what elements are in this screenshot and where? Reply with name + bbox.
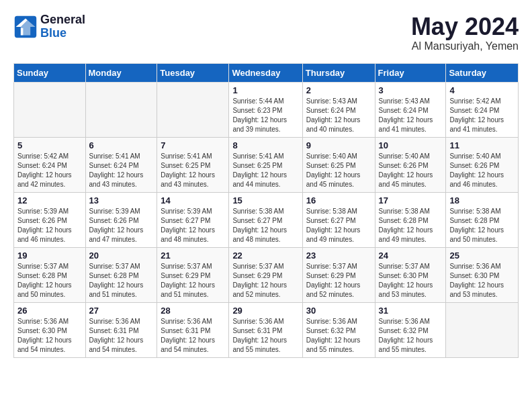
calendar-cell: 26Sunrise: 5:36 AM Sunset: 6:30 PM Dayli… (14, 302, 86, 357)
day-number: 21 (161, 250, 225, 261)
day-info: Sunrise: 5:36 AM Sunset: 6:31 PM Dayligh… (89, 317, 154, 355)
day-info: Sunrise: 5:38 AM Sunset: 6:27 PM Dayligh… (232, 207, 298, 244)
day-number: 13 (89, 195, 154, 205)
logo-blue-text: Blue (40, 27, 85, 40)
calendar-cell: 23Sunrise: 5:37 AM Sunset: 6:29 PM Dayli… (302, 247, 375, 302)
calendar-cell: 2Sunrise: 5:43 AM Sunset: 6:24 PM Daylig… (302, 82, 375, 137)
day-number: 30 (306, 306, 371, 316)
day-number: 3 (379, 85, 443, 95)
calendar-cell: 19Sunrise: 5:37 AM Sunset: 6:28 PM Dayli… (14, 247, 86, 302)
day-number: 22 (232, 250, 298, 261)
calendar-cell: 5Sunrise: 5:42 AM Sunset: 6:24 PM Daylig… (14, 137, 86, 192)
day-info: Sunrise: 5:43 AM Sunset: 6:24 PM Dayligh… (306, 97, 371, 134)
weekday-header-thursday: Thursday (302, 63, 375, 82)
day-info: Sunrise: 5:37 AM Sunset: 6:28 PM Dayligh… (89, 262, 154, 300)
calendar-cell: 12Sunrise: 5:39 AM Sunset: 6:26 PM Dayli… (14, 192, 86, 247)
weekday-header-monday: Monday (85, 63, 157, 82)
day-info: Sunrise: 5:37 AM Sunset: 6:29 PM Dayligh… (161, 262, 225, 300)
day-info: Sunrise: 5:36 AM Sunset: 6:32 PM Dayligh… (306, 317, 371, 355)
calendar-cell: 18Sunrise: 5:38 AM Sunset: 6:28 PM Dayli… (446, 192, 519, 247)
day-number: 31 (379, 306, 443, 316)
day-info: Sunrise: 5:42 AM Sunset: 6:24 PM Dayligh… (449, 97, 515, 134)
calendar-cell: 16Sunrise: 5:38 AM Sunset: 6:27 PM Dayli… (302, 192, 375, 247)
day-number: 10 (379, 140, 443, 150)
day-info: Sunrise: 5:42 AM Sunset: 6:24 PM Dayligh… (17, 152, 82, 189)
day-info: Sunrise: 5:41 AM Sunset: 6:25 PM Dayligh… (161, 152, 225, 189)
day-info: Sunrise: 5:38 AM Sunset: 6:27 PM Dayligh… (306, 207, 371, 244)
day-number: 19 (17, 250, 82, 261)
day-number: 17 (379, 195, 443, 205)
day-number: 20 (89, 250, 154, 261)
day-number: 27 (89, 306, 154, 316)
day-number: 25 (449, 250, 515, 261)
day-number: 24 (379, 250, 443, 261)
day-info: Sunrise: 5:37 AM Sunset: 6:28 PM Dayligh… (17, 262, 82, 300)
week-row-2: 5Sunrise: 5:42 AM Sunset: 6:24 PM Daylig… (14, 137, 519, 192)
calendar-cell: 8Sunrise: 5:41 AM Sunset: 6:25 PM Daylig… (229, 137, 302, 192)
calendar-cell: 6Sunrise: 5:41 AM Sunset: 6:24 PM Daylig… (85, 137, 157, 192)
calendar-cell: 20Sunrise: 5:37 AM Sunset: 6:28 PM Dayli… (85, 247, 157, 302)
day-number: 6 (89, 140, 154, 150)
day-info: Sunrise: 5:40 AM Sunset: 6:25 PM Dayligh… (306, 152, 371, 189)
week-row-3: 12Sunrise: 5:39 AM Sunset: 6:26 PM Dayli… (14, 192, 519, 247)
day-number: 23 (306, 250, 371, 261)
day-number: 18 (449, 195, 515, 205)
day-number: 8 (232, 140, 298, 150)
calendar-cell: 30Sunrise: 5:36 AM Sunset: 6:32 PM Dayli… (302, 302, 375, 357)
week-row-1: 1Sunrise: 5:44 AM Sunset: 6:23 PM Daylig… (14, 82, 519, 137)
day-number: 2 (306, 85, 371, 95)
day-info: Sunrise: 5:39 AM Sunset: 6:26 PM Dayligh… (89, 207, 154, 244)
calendar-cell: 29Sunrise: 5:36 AM Sunset: 6:31 PM Dayli… (229, 302, 302, 357)
day-number: 26 (17, 306, 82, 316)
weekday-header-saturday: Saturday (446, 63, 519, 82)
month-title: May 2024 (411, 13, 519, 40)
day-info: Sunrise: 5:36 AM Sunset: 6:31 PM Dayligh… (161, 317, 225, 355)
logo-icon (13, 15, 38, 39)
calendar-cell: 28Sunrise: 5:36 AM Sunset: 6:31 PM Dayli… (157, 302, 229, 357)
day-number: 4 (449, 85, 515, 95)
day-info: Sunrise: 5:36 AM Sunset: 6:31 PM Dayligh… (232, 317, 298, 355)
calendar-cell: 9Sunrise: 5:40 AM Sunset: 6:25 PM Daylig… (302, 137, 375, 192)
day-number: 29 (232, 306, 298, 316)
calendar-cell: 3Sunrise: 5:43 AM Sunset: 6:24 PM Daylig… (375, 82, 446, 137)
day-info: Sunrise: 5:37 AM Sunset: 6:29 PM Dayligh… (306, 262, 371, 300)
calendar-cell: 15Sunrise: 5:38 AM Sunset: 6:27 PM Dayli… (229, 192, 302, 247)
day-number: 12 (17, 195, 82, 205)
week-row-5: 26Sunrise: 5:36 AM Sunset: 6:30 PM Dayli… (14, 302, 519, 357)
calendar-cell: 27Sunrise: 5:36 AM Sunset: 6:31 PM Dayli… (85, 302, 157, 357)
calendar-cell: 7Sunrise: 5:41 AM Sunset: 6:25 PM Daylig… (157, 137, 229, 192)
day-number: 14 (161, 195, 225, 205)
weekday-header-sunday: Sunday (14, 63, 86, 82)
logo: General Blue (13, 13, 85, 40)
day-number: 5 (17, 140, 82, 150)
day-number: 11 (449, 140, 515, 150)
calendar-cell: 11Sunrise: 5:40 AM Sunset: 6:26 PM Dayli… (446, 137, 519, 192)
title-area: May 2024 Al Mansuriyah, Yemen (411, 13, 519, 52)
day-number: 16 (306, 195, 371, 205)
calendar-cell: 24Sunrise: 5:37 AM Sunset: 6:30 PM Dayli… (375, 247, 446, 302)
location-title: Al Mansuriyah, Yemen (411, 40, 519, 52)
calendar-cell: 1Sunrise: 5:44 AM Sunset: 6:23 PM Daylig… (229, 82, 302, 137)
day-number: 7 (161, 140, 225, 150)
calendar-cell (85, 82, 157, 137)
calendar-cell: 25Sunrise: 5:36 AM Sunset: 6:30 PM Dayli… (446, 247, 519, 302)
calendar-cell (157, 82, 229, 137)
day-info: Sunrise: 5:43 AM Sunset: 6:24 PM Dayligh… (379, 97, 443, 134)
day-number: 9 (306, 140, 371, 150)
calendar-table: SundayMondayTuesdayWednesdayThursdayFrid… (13, 63, 519, 358)
day-info: Sunrise: 5:39 AM Sunset: 6:26 PM Dayligh… (17, 207, 82, 244)
logo-general-text: General (40, 13, 85, 27)
calendar-cell: 14Sunrise: 5:39 AM Sunset: 6:27 PM Dayli… (157, 192, 229, 247)
header: General Blue May 2024 Al Mansuriyah, Yem… (13, 13, 519, 52)
day-info: Sunrise: 5:41 AM Sunset: 6:25 PM Dayligh… (232, 152, 298, 189)
day-info: Sunrise: 5:36 AM Sunset: 6:32 PM Dayligh… (379, 317, 443, 355)
calendar-cell: 21Sunrise: 5:37 AM Sunset: 6:29 PM Dayli… (157, 247, 229, 302)
calendar-cell: 4Sunrise: 5:42 AM Sunset: 6:24 PM Daylig… (446, 82, 519, 137)
day-info: Sunrise: 5:37 AM Sunset: 6:29 PM Dayligh… (232, 262, 298, 300)
calendar-cell: 17Sunrise: 5:38 AM Sunset: 6:28 PM Dayli… (375, 192, 446, 247)
weekday-header-friday: Friday (375, 63, 446, 82)
day-info: Sunrise: 5:39 AM Sunset: 6:27 PM Dayligh… (161, 207, 225, 244)
day-info: Sunrise: 5:41 AM Sunset: 6:24 PM Dayligh… (89, 152, 154, 189)
weekday-header-wednesday: Wednesday (229, 63, 302, 82)
calendar-cell (14, 82, 86, 137)
